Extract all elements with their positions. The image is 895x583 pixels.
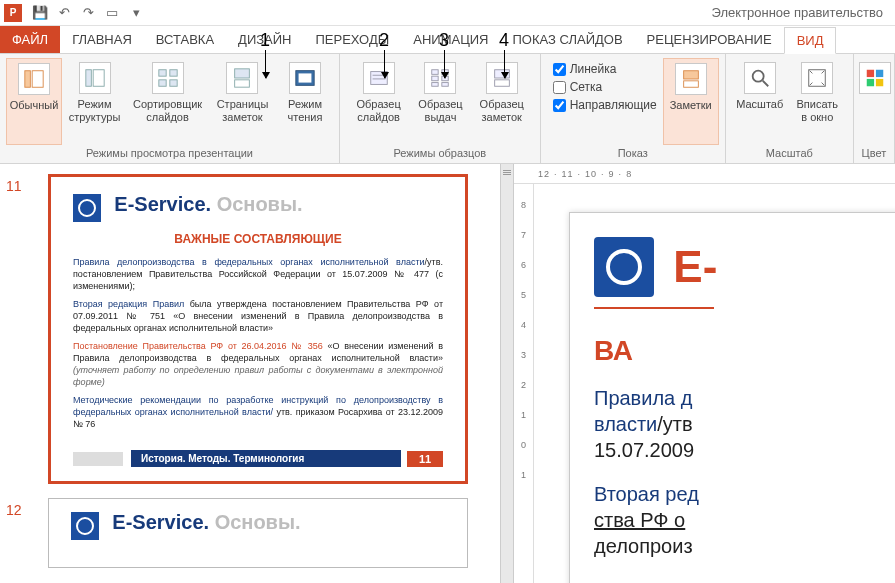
tab-view[interactable]: ВИД [784, 27, 837, 54]
notes-page-button[interactable]: Страницы заметок [208, 58, 277, 145]
notes-master-button[interactable]: Образец заметок [470, 58, 534, 145]
normal-view-button[interactable]: Обычный [6, 58, 62, 145]
svg-rect-16 [442, 70, 448, 75]
svg-rect-24 [683, 81, 698, 87]
slide-para-1: Правила делопроизводства в федеральных о… [73, 256, 443, 292]
svg-rect-20 [442, 83, 448, 87]
redo-icon[interactable]: ↷ [79, 4, 97, 22]
outline-view-icon [79, 62, 111, 94]
svg-rect-29 [876, 70, 883, 77]
tab-home[interactable]: ГЛАВНАЯ [60, 26, 144, 53]
slide-number-11: 11 [6, 178, 22, 194]
big-para-1: Правила д власти/утв 15.07.2009 [594, 385, 880, 463]
svg-rect-28 [867, 70, 874, 77]
horizontal-ruler[interactable]: 12· 11· 10· 9· 8 [514, 164, 895, 184]
show-checkboxes: Линейка Сетка Направляющие [547, 58, 663, 145]
reading-view-button[interactable]: Режим чтения [277, 58, 333, 145]
svg-rect-23 [683, 71, 698, 79]
thumbnail-pane[interactable]: 11 E-Service. Основы. ВАЖНЫЕ СОСТАВЛЯЮЩИ… [0, 164, 500, 583]
zoom-button[interactable]: Масштаб [732, 58, 788, 145]
group-master-views: Образец слайдов Образец выдач Образец за… [340, 54, 541, 163]
big-brand-row: E- [594, 237, 880, 297]
group-label-masters: Режимы образцов [346, 145, 534, 163]
brand-logo-icon-2 [71, 512, 99, 540]
svg-rect-17 [432, 76, 438, 81]
tab-transitions[interactable]: ПЕРЕХОДЫ [304, 26, 402, 53]
grid-checkbox[interactable]: Сетка [553, 80, 657, 94]
ruler-checkbox[interactable]: Линейка [553, 62, 657, 76]
svg-rect-3 [93, 70, 104, 87]
grid-checkbox-input[interactable] [553, 81, 566, 94]
pane-splitter[interactable] [500, 164, 514, 583]
slide-para-2: Вторая редакция Правил была утверждена п… [73, 298, 443, 334]
svg-rect-18 [442, 76, 448, 81]
slide-footer: История. Методы. Терминология 11 [73, 450, 443, 467]
workspace: 11 E-Service. Основы. ВАЖНЫЕ СОСТАВЛЯЮЩИ… [0, 164, 895, 583]
notes-icon [675, 63, 707, 95]
svg-rect-4 [158, 70, 165, 76]
slide-edit-pane[interactable]: 12· 11· 10· 9· 8 8 7 6 5 4 3 2 1 0 1 E- … [514, 164, 895, 583]
slide-thumbnail-11[interactable]: E-Service. Основы. ВАЖНЫЕ СОСТАВЛЯЮЩИЕ П… [48, 174, 468, 484]
tab-file[interactable]: ФАЙЛ [0, 26, 60, 53]
group-label-show: Показ [547, 145, 719, 163]
undo-icon[interactable]: ↶ [55, 4, 73, 22]
outline-view-button[interactable]: Режим структуры [62, 58, 127, 145]
svg-rect-6 [158, 80, 165, 86]
slide-canvas[interactable]: E- ВА Правила д власти/утв 15.07.2009 Вт… [569, 212, 895, 583]
svg-rect-30 [867, 79, 874, 86]
vertical-ruler[interactable]: 8 7 6 5 4 3 2 1 0 1 [514, 184, 534, 583]
zoom-icon [744, 62, 776, 94]
slide-para-4: Методические рекомендации по разработке … [73, 394, 443, 430]
footer-blue-box: История. Методы. Терминология [131, 450, 401, 467]
color-button[interactable] [860, 58, 890, 145]
group-label-views: Режимы просмотра презентации [6, 145, 333, 163]
slide-heading: ВАЖНЫЕ СОСТАВЛЯЮЩИЕ [73, 232, 443, 246]
tab-slideshow[interactable]: ПОКАЗ СЛАЙДОВ [501, 26, 635, 53]
svg-rect-0 [25, 71, 31, 88]
tab-review[interactable]: РЕЦЕНЗИРОВАНИЕ [635, 26, 784, 53]
fit-to-window-button[interactable]: Вписать в окно [788, 58, 847, 145]
guides-checkbox[interactable]: Направляющие [553, 98, 657, 112]
color-icon [859, 62, 891, 94]
reading-view-icon [289, 62, 321, 94]
svg-rect-1 [32, 71, 43, 88]
group-label-zoom: Масштаб [732, 145, 847, 163]
slide-number-12: 12 [6, 502, 22, 518]
svg-rect-31 [876, 79, 883, 86]
slide-sorter-icon [152, 62, 184, 94]
tab-insert[interactable]: ВСТАВКА [144, 26, 226, 53]
brand-underline [594, 307, 714, 309]
tab-animations[interactable]: АНИМАЦИЯ [401, 26, 500, 53]
ribbon: Обычный Режим структуры Сортировщик слай… [0, 54, 895, 164]
svg-point-25 [752, 71, 763, 82]
powerpoint-logo: P [4, 4, 22, 22]
slide-master-icon [363, 62, 395, 94]
save-icon[interactable]: 💾 [31, 4, 49, 22]
svg-rect-9 [235, 80, 250, 87]
notes-master-icon [486, 62, 518, 94]
slide-sorter-button[interactable]: Сортировщик слайдов [127, 58, 208, 145]
svg-rect-12 [370, 72, 387, 85]
slide-master-button[interactable]: Образец слайдов [346, 58, 411, 145]
svg-rect-22 [494, 80, 509, 86]
svg-line-26 [763, 81, 769, 87]
tab-design[interactable]: ДИЗАЙН [226, 26, 303, 53]
svg-rect-21 [494, 70, 509, 78]
qat-more-icon[interactable]: ▾ [127, 4, 145, 22]
ribbon-tabs: ФАЙЛ ГЛАВНАЯ ВСТАВКА ДИЗАЙН ПЕРЕХОДЫ АНИ… [0, 26, 895, 54]
notes-button[interactable]: Заметки [663, 58, 719, 145]
svg-rect-5 [169, 70, 176, 76]
group-show: Линейка Сетка Направляющие Заметки Показ [541, 54, 726, 163]
slide-thumbnail-12[interactable]: E-Service. Основы. [48, 498, 468, 568]
ruler-checkbox-input[interactable] [553, 63, 566, 76]
svg-rect-2 [85, 70, 91, 87]
slide-brand: E-Service. Основы. [73, 193, 443, 222]
handout-master-icon [424, 62, 456, 94]
guides-checkbox-input[interactable] [553, 99, 566, 112]
footer-red-box: 11 [407, 451, 443, 467]
big-para-2: Вторая ред ства РФ о делопроиз [594, 481, 880, 559]
handout-master-button[interactable]: Образец выдач [411, 58, 470, 145]
slideshow-icon[interactable]: ▭ [103, 4, 121, 22]
normal-view-icon [18, 63, 50, 95]
big-para-3: Постанов [594, 577, 880, 583]
